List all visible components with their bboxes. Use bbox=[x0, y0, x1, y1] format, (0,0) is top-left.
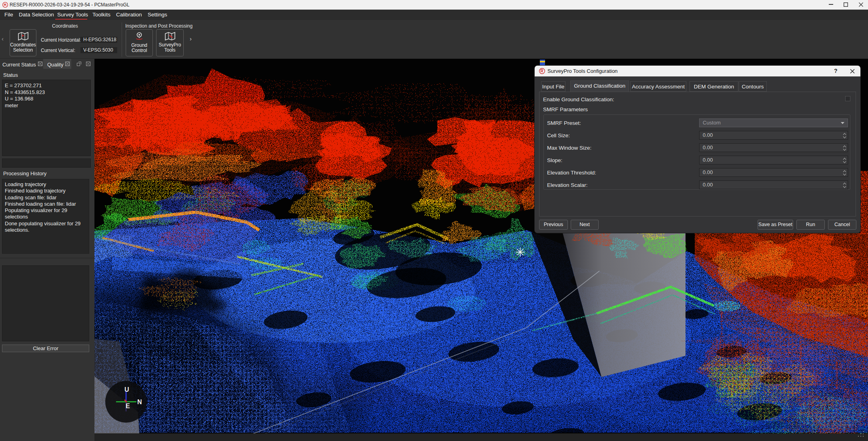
svg-text:E: E bbox=[126, 403, 130, 409]
svg-text:R: R bbox=[4, 2, 6, 7]
svg-text:R: R bbox=[541, 69, 544, 73]
svg-text:U: U bbox=[124, 386, 129, 393]
svg-text:N: N bbox=[137, 399, 142, 405]
